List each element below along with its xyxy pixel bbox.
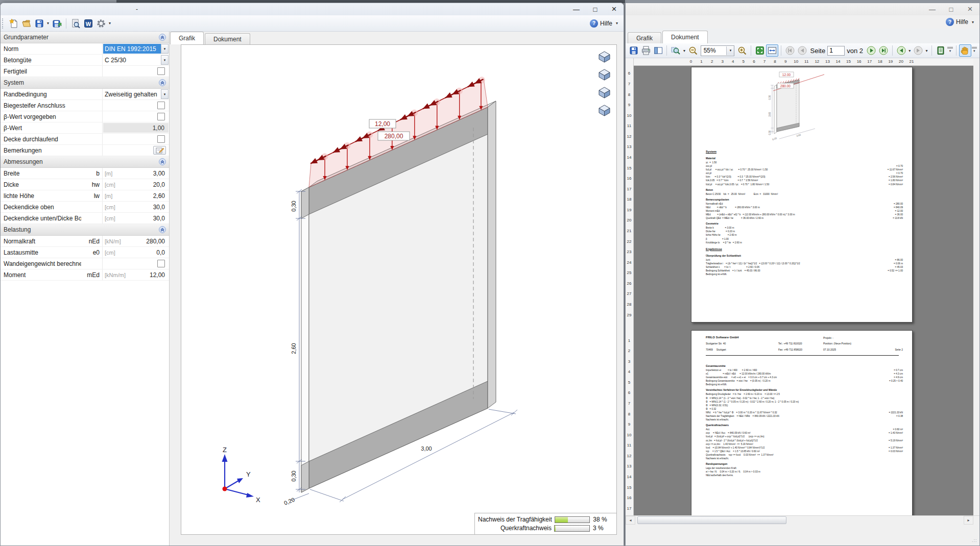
navigate-forward-button[interactable] [912,44,924,57]
close-button[interactable]: × [961,4,979,15]
v-ruler-mark: 7 [626,401,633,406]
save-dropdown[interactable]: ▾ [45,21,51,26]
tab-dokument[interactable]: Dokument [205,33,250,44]
resize-grip[interactable]: .:: [972,538,978,544]
zoom-in-button[interactable] [736,44,748,57]
decke-durchlaufend-checkbox[interactable] [157,135,165,143]
forward-dropdown[interactable]: ▾ [924,48,929,53]
scroll-left-arrow[interactable]: ◂ [626,516,635,525]
view-buttons [597,50,611,117]
page-number-input[interactable] [827,46,845,56]
word-export-button[interactable]: W [82,17,94,30]
tab-dokument[interactable]: Dokument [662,31,708,43]
toolbar-grip[interactable] [2,18,5,29]
save-as-button[interactable] [51,17,63,30]
biegesteifer-anschluss-checkbox[interactable] [157,102,165,109]
last-page-button[interactable] [877,44,890,57]
back-dropdown[interactable]: ▾ [907,48,912,53]
lastausmitte-value[interactable]: 0,0 [156,249,169,256]
minimize-button[interactable]: — [567,4,586,15]
fit-width-button[interactable] [766,44,778,57]
maximize-button[interactable]: □ [942,4,961,15]
collapse-chevron-icon[interactable] [159,34,166,41]
print-preview-button[interactable] [69,17,82,30]
view-cube-button-1[interactable] [597,50,611,63]
fit-page-button[interactable] [754,44,766,57]
chevron-down-icon[interactable]: ▾ [161,44,169,54]
save-button[interactable] [628,44,640,57]
zoom-level-combo[interactable]: 55% ▾ [701,45,735,56]
norm-select[interactable]: DIN EN 1992:2015▾ [103,44,169,54]
new-document-button[interactable] [7,17,20,30]
randbedingung-select[interactable]: Zweiseitig gehalten▾ [103,89,169,99]
normalkraft-value[interactable]: 280,00 [146,238,169,245]
zoom-combo-dropdown[interactable]: ▾ [726,46,734,55]
titlebar[interactable]: - — □ × [1,3,624,15]
view-cube-button-2[interactable] [597,68,611,81]
save-button[interactable] [33,17,45,30]
tab-grafik[interactable]: Grafik [628,32,661,43]
print-button[interactable] [640,44,652,57]
zoom-select-dropdown[interactable]: ▾ [682,48,687,53]
toolbar-overflow-2[interactable]: ▾ [972,47,977,55]
help-icon[interactable]: ? [946,18,954,26]
next-page-button[interactable] [865,44,877,57]
param-label: Moment [1,269,81,280]
minimize-button[interactable]: — [923,4,942,15]
help-button[interactable]: Hilfe [600,20,612,27]
param-row-breite: Breiteb[m]3,00 [1,168,169,179]
zoom-select-button[interactable] [670,44,682,57]
first-page-button[interactable] [784,44,796,57]
check-label: Nachweis der Tragfähigkeit [478,516,555,523]
settings-button[interactable] [94,17,107,30]
chevron-down-icon[interactable]: ▾ [161,55,169,65]
betong-te-select[interactable]: C 25/30▾ [103,55,169,65]
horizontal-scrollbar[interactable]: ◂ ▸ [626,515,979,525]
h-ruler-mark: 21 [910,59,914,64]
view-cube-button-3[interactable] [597,86,611,99]
help-icon[interactable]: ? [590,19,598,28]
titlebar[interactable]: — □ × [626,3,979,15]
page2-line-2: e1 = mEd / nEd = 12.00 kNm/m / 280.00 kN… [706,372,903,376]
deckendicke-unten-dicke-bodenplatte-value[interactable]: 30,0 [153,215,169,222]
deckendicke-oben-value[interactable]: 30,0 [153,204,169,211]
maximize-button[interactable]: □ [586,4,605,15]
page2-line-19: σc,lim = fcd,pl - 2 * (fctd,pl * (fctd,p… [706,439,903,442]
navigate-back-button[interactable] [895,44,907,57]
help-button[interactable]: Hilfe [956,18,968,26]
collapse-chevron-icon[interactable] [159,226,166,233]
page-view-button[interactable] [935,44,947,57]
close-button[interactable]: × [605,4,624,15]
chevron-down-icon[interactable]: ▾ [161,89,169,99]
sidebar-toggle-button[interactable] [652,44,664,57]
help-dropdown[interactable]: ▾ [614,21,619,26]
toolbar-overflow[interactable]: ▾ [947,47,952,55]
collapse-chevron-icon[interactable] [159,79,166,86]
collapse-chevron-icon[interactable] [159,158,166,165]
scrollbar-thumb[interactable] [637,516,786,524]
section-label: System [4,79,24,86]
settings-dropdown[interactable]: ▾ [107,21,112,26]
graphics-canvas[interactable]: 0,30 2,60 0,30 0,20 3,00 [181,44,617,535]
wert-vorgegeben-checkbox[interactable] [157,113,165,120]
help-dropdown[interactable]: ▾ [970,20,975,24]
fertigteil-checkbox[interactable] [157,67,165,75]
previous-page-button[interactable] [796,44,808,57]
dicke-value[interactable]: 20,0 [153,181,169,188]
pan-tool-button[interactable] [959,44,971,57]
page2-header: FRILO Software GmbH Projekt: - Stuttgart… [706,336,903,354]
open-button[interactable] [20,17,33,30]
param-label: Betongüte [1,55,81,65]
axis-y-label: Y [246,470,251,478]
wandeigengewicht-berechnen-checkbox[interactable] [157,260,165,267]
tab-grafik[interactable]: Grafik [170,32,204,44]
document-area[interactable]: 12.00 280.00 0.30 2.60 0.30 0.20 3.00 Sy… [634,66,973,515]
page2-line-21: fcvd = ((0.84 N/mm²)² + 1.40 N/mm² * 0.8… [706,446,903,450]
zoom-out-button[interactable] [687,44,699,57]
moment-value[interactable]: 12,00 [150,271,169,279]
scroll-right-arrow[interactable]: ▸ [964,516,973,525]
view-cube-button-4[interactable] [597,104,611,117]
breite-value[interactable]: 3,00 [153,170,169,177]
lichte-h-he-value[interactable]: 2,60 [153,192,169,200]
bemerkungen-edit-button[interactable] [153,146,166,155]
